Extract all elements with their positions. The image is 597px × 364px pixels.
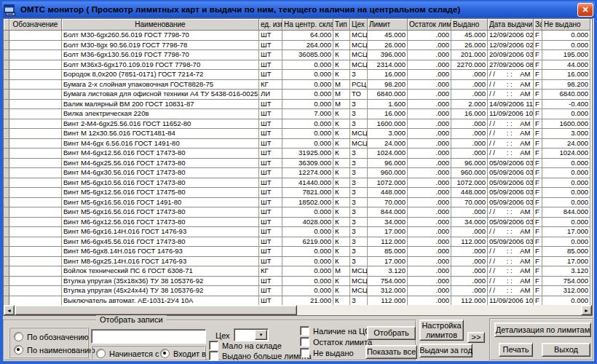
radio-dot-icon[interactable] (14, 345, 23, 355)
select-button[interactable]: Отобрать (367, 326, 416, 340)
year-issues-button[interactable]: Выдачи за год (419, 344, 473, 357)
table-row[interactable]: Болт М36-6gх130.56.019 ГОСТ 7798-70ШТ360… (4, 50, 592, 60)
table-row[interactable]: Винт М6-6gх12.56.016 ГОСТ 17473-80ШТ4028… (4, 218, 592, 228)
table-row[interactable]: Винт М4-6gх12.56.016 ГОСТ 17473-80ШТ3192… (4, 149, 592, 159)
table-row[interactable]: Винт М5-6gх16.56.016 ГОСТ 17473-80ШТ0.00… (4, 207, 592, 218)
row-selector[interactable] (4, 109, 9, 119)
checkbox-icon[interactable] (209, 341, 218, 350)
checkbox-icon[interactable] (300, 326, 309, 336)
checkbox-icon[interactable] (300, 348, 309, 357)
table-row[interactable]: Винт М6-6gх45.56.016 ГОСТ 17473-80ШТ6219… (4, 237, 592, 248)
row-selector[interactable] (4, 266, 9, 277)
title-bar[interactable]: ОМТС монитор ( Просмотр лимитных карт и … (2, 1, 595, 17)
row-selector[interactable] (4, 119, 9, 130)
checkbox-presence-on-cs[interactable]: Наличие на ЦС (300, 326, 371, 336)
row-selector[interactable] (4, 80, 9, 90)
radio-by-designation[interactable]: По обозначению (14, 332, 89, 341)
horizontal-scrollbar[interactable]: ◄ ► (4, 305, 592, 315)
table-row[interactable]: Войлок технический ПС 6 ГОСТ 6308-71КГ0.… (4, 266, 592, 277)
row-selector[interactable] (4, 257, 9, 267)
row-selector[interactable] (4, 296, 9, 306)
combo-dropdown-button[interactable]: ▼ (255, 330, 267, 340)
table-row[interactable]: Болт М30-8gx 90.56.019 ГОСТ 7798-78ШТ264… (4, 41, 592, 51)
table-row[interactable]: Втулка упругая (35х18х36) ТУ 38 105376-9… (4, 277, 592, 287)
grid-cell: F (534, 129, 542, 139)
table-row[interactable]: Бумага 2-х слойная упаковочная ГОСТ8828-… (4, 80, 592, 90)
radio-circle-icon[interactable] (14, 332, 23, 341)
table-row[interactable]: Болт М36х3-6gх170.109.019 ГОСТ 7798-70ШТ… (4, 60, 592, 71)
table-row[interactable]: Винт М4-6gх 6.56.016 ГОСТ 1491-80ШТ0.000… (4, 139, 592, 149)
row-selector[interactable] (4, 90, 9, 100)
row-selector[interactable] (4, 149, 9, 159)
table-row[interactable]: Втулка упругая (45х24х44) ТУ 38 105376-9… (4, 286, 592, 296)
row-selector[interactable] (4, 100, 9, 110)
scrollbar-thumb[interactable] (15, 305, 297, 315)
grid-cell: 960.000 (368, 168, 408, 178)
row-selector[interactable] (4, 70, 9, 80)
table-row[interactable]: Винт М4-6gх30.56.016 ГОСТ 17473-80ШТ1227… (4, 168, 592, 178)
more-button[interactable]: >> (467, 332, 485, 343)
shop-combobox[interactable]: ▼ (234, 328, 269, 341)
row-selector[interactable] (4, 237, 9, 248)
checkbox-issued-over-limit[interactable]: Выдано больше лимита (209, 351, 312, 360)
radio-contains[interactable]: Входит в (160, 349, 206, 358)
checkbox-icon[interactable] (300, 337, 309, 347)
radio-circle-icon[interactable] (96, 349, 106, 358)
row-selector[interactable] (4, 60, 9, 71)
row-selector[interactable] (4, 50, 9, 60)
close-button[interactable]: ✕ (577, 3, 593, 17)
row-selector[interactable] (4, 218, 9, 228)
exit-button[interactable]: Выход (542, 343, 590, 357)
radio-starts-with[interactable]: Начинается с (96, 349, 159, 358)
row-selector[interactable] (4, 207, 9, 218)
grid-cell (9, 296, 62, 306)
table-row[interactable]: Винт М 12х30.56.016 ГОСТ1481-84ШТ0.000КМ… (4, 129, 592, 139)
table-row[interactable]: Винт 2-М4-6gх25.56.016 ГОСТ 11652-80ШТ0.… (4, 119, 592, 130)
table-row[interactable]: Винт М8-6gх25.14Н.016 ГОСТ 1476-93ШТ0.00… (4, 257, 592, 267)
row-selector[interactable] (4, 286, 9, 296)
row-selector[interactable] (4, 178, 9, 189)
row-selector[interactable] (4, 227, 9, 237)
checkbox-low-stock[interactable]: Мало на складе (209, 341, 282, 350)
table-row[interactable]: Винт М5-6gх10.56.016 ГОСТ 17473-80ШТ4144… (4, 178, 592, 189)
checkbox-icon[interactable] (209, 351, 218, 360)
table-row[interactable]: Винт М5-6gх12.56.016 ГОСТ 17475-80ШТ7821… (4, 188, 592, 198)
checkbox-not-issued[interactable]: Не выдано (300, 348, 354, 357)
table-row[interactable]: Винт М4-6gх25.56.016 ГОСТ 17473-80ШТ3630… (4, 159, 592, 169)
grid-cell: 201.000 (451, 50, 488, 60)
radio-by-name[interactable]: По наименованию (14, 345, 95, 355)
row-selector[interactable] (4, 198, 9, 208)
checkbox-limit-remainder[interactable]: Остаток лимита (300, 337, 372, 347)
table-row[interactable]: Валик малярный ВМ 200 ГОСТ 10831-87ШТ0.0… (4, 100, 592, 110)
grid-cell: 754.000 (542, 277, 590, 287)
search-input[interactable] (91, 329, 206, 344)
table-row[interactable]: Болт М30-6gx260.56.019 ГОСТ 7798-70ШТ64.… (4, 31, 592, 41)
scrollbar-track[interactable] (297, 305, 581, 315)
table-row[interactable]: Винт М6-6gх8.14Н.016 ГОСТ 1476-93ШТ0.000… (4, 247, 592, 257)
row-selector[interactable] (4, 41, 9, 51)
row-selector[interactable] (4, 129, 9, 139)
scroll-left-button[interactable]: ◄ (4, 305, 15, 315)
row-selector[interactable] (4, 139, 9, 149)
row-selector[interactable] (4, 277, 9, 287)
table-row[interactable]: Выключатель автомат. АЕ-1031-2У4 10АШТ21… (4, 296, 592, 306)
table-row[interactable]: Винт М5-6gх16.56.016 ГОСТ 1491-80ШТ18502… (4, 198, 592, 208)
scroll-right-button[interactable]: ► (581, 305, 592, 315)
row-selector[interactable] (4, 31, 9, 41)
show-all-button[interactable]: Показать все (365, 345, 417, 359)
radio-dot-icon[interactable] (160, 349, 170, 358)
row-selector[interactable] (4, 168, 9, 178)
table-row[interactable]: Вилка электрическая 220вШТ7.000КЗ16.000.… (4, 109, 592, 119)
table-row[interactable]: Бородок 8,0х200 (7851-0171) ГОСТ 7214-72… (4, 70, 592, 80)
grid-cell: 05/09/2006 03:4 (488, 188, 534, 198)
table-row[interactable]: Бумага листовая для офисной техники А4 Т… (4, 90, 592, 100)
print-button[interactable]: Печать (499, 343, 533, 357)
details-by-limits-button[interactable]: Детализация по лимитам (494, 323, 591, 337)
grid-cell (9, 41, 62, 51)
row-selector[interactable] (4, 188, 9, 198)
app-icon[interactable] (4, 4, 16, 16)
limits-setup-button[interactable]: Настройка лимитов (419, 320, 464, 341)
row-selector[interactable] (4, 247, 9, 257)
row-selector[interactable] (4, 159, 9, 169)
table-row[interactable]: Винт М6-6gх16.14Н.016 ГОСТ 1476-93ШТ0.00… (4, 227, 592, 237)
